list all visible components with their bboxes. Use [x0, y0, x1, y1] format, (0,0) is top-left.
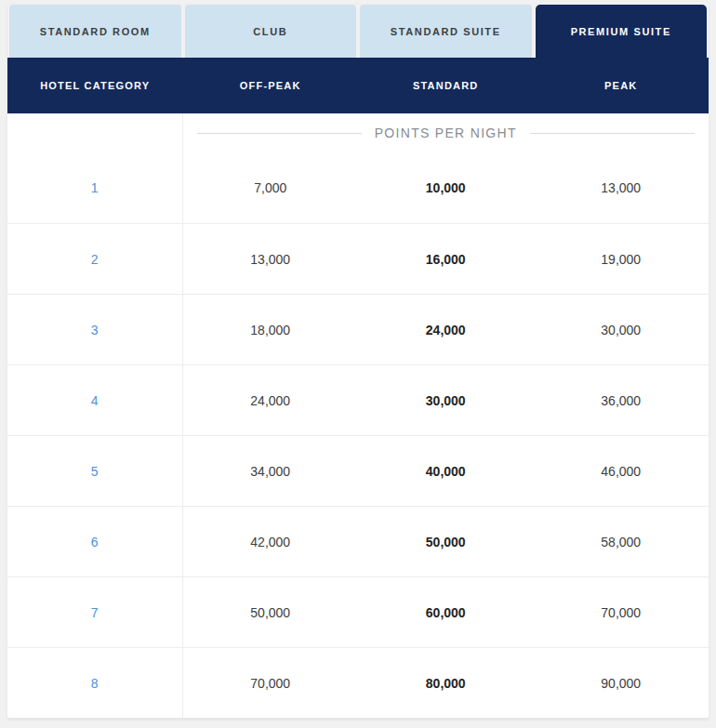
room-type-tabs: STANDARD ROOM CLUB STANDARD SUITE PREMIU…: [7, 5, 709, 58]
table-header-cell: STANDARD: [358, 58, 534, 113]
standard-value: 30,000: [358, 365, 534, 435]
category-link[interactable]: 8: [91, 676, 99, 691]
table-header-cell: HOTEL CATEGORY: [7, 58, 183, 113]
caption-area: POINTS PER NIGHT: [183, 113, 709, 152]
category-link[interactable]: 2: [91, 252, 99, 267]
points-table-body: POINTS PER NIGHT 1 7,000 10,000 13,000: [7, 113, 709, 719]
category-cell: 3: [7, 295, 183, 364]
peak-value: 90,000: [534, 648, 709, 718]
tab-label: CLUB: [253, 26, 287, 37]
table-row: 4 24,000 30,000 36,000: [7, 364, 709, 435]
caption-spacer: [7, 113, 183, 152]
award-chart-card: STANDARD ROOM CLUB STANDARD SUITE PREMIU…: [7, 5, 709, 719]
table-row: 6 42,000 50,000 58,000: [7, 506, 709, 576]
category-link[interactable]: 7: [91, 605, 99, 620]
standard-value: 16,000: [358, 224, 534, 294]
page: STANDARD ROOM CLUB STANDARD SUITE PREMIU…: [0, 0, 716, 728]
standard-value: 50,000: [358, 507, 534, 576]
category-cell: 1: [7, 152, 183, 223]
points-rows: 1 7,000 10,000 13,000 2 13,000 16,000 19…: [7, 152, 709, 718]
table-row: 1 7,000 10,000 13,000: [7, 152, 709, 223]
category-cell: 7: [7, 577, 183, 647]
off-peak-value: 24,000: [183, 365, 359, 435]
peak-value: 13,000: [534, 152, 709, 223]
tab-label: STANDARD SUITE: [391, 26, 501, 37]
category-cell: 8: [7, 648, 183, 718]
room-type-tab[interactable]: PREMIUM SUITE: [536, 5, 708, 58]
caption-row: POINTS PER NIGHT: [7, 113, 709, 152]
category-link[interactable]: 6: [91, 535, 99, 549]
room-type-tab[interactable]: CLUB: [185, 5, 357, 58]
category-cell: 4: [7, 365, 183, 435]
table-header-row: HOTEL CATEGORY OFF-PEAK STANDARD PEAK: [7, 58, 709, 113]
standard-value: 10,000: [358, 152, 534, 223]
standard-value: 80,000: [358, 648, 534, 718]
tab-label: STANDARD ROOM: [40, 26, 151, 37]
points-per-night-caption: POINTS PER NIGHT: [362, 126, 530, 140]
table-row: 7 50,000 60,000 70,000: [7, 576, 709, 647]
category-link[interactable]: 5: [91, 464, 99, 479]
category-cell: 5: [7, 436, 183, 506]
caption-line-left: [197, 133, 362, 134]
off-peak-value: 70,000: [183, 648, 359, 718]
peak-value: 30,000: [534, 295, 709, 364]
off-peak-value: 50,000: [183, 577, 359, 647]
caption-line-right: [530, 133, 695, 134]
peak-value: 58,000: [534, 507, 709, 576]
peak-value: 70,000: [534, 577, 709, 647]
room-type-tab[interactable]: STANDARD ROOM: [9, 5, 181, 58]
off-peak-value: 42,000: [183, 507, 359, 576]
tab-label: PREMIUM SUITE: [571, 26, 671, 37]
category-link[interactable]: 3: [91, 323, 99, 338]
standard-value: 40,000: [358, 436, 534, 506]
standard-value: 24,000: [358, 295, 534, 364]
table-row: 5 34,000 40,000 46,000: [7, 435, 709, 506]
off-peak-value: 34,000: [183, 436, 359, 506]
table-row: 8 70,000 80,000 90,000: [7, 647, 709, 718]
room-type-tab[interactable]: STANDARD SUITE: [360, 5, 532, 58]
peak-value: 46,000: [534, 436, 709, 506]
off-peak-value: 13,000: [183, 224, 359, 294]
table-header-cell: OFF-PEAK: [183, 58, 359, 113]
peak-value: 19,000: [534, 224, 709, 294]
table-row: 3 18,000 24,000 30,000: [7, 294, 709, 364]
category-cell: 6: [7, 507, 183, 576]
table-header-cell: PEAK: [534, 58, 709, 113]
off-peak-value: 7,000: [183, 152, 359, 223]
table-row: 2 13,000 16,000 19,000: [7, 223, 709, 294]
peak-value: 36,000: [534, 365, 709, 435]
category-cell: 2: [7, 224, 183, 294]
standard-value: 60,000: [358, 577, 534, 647]
off-peak-value: 18,000: [183, 295, 359, 364]
category-link[interactable]: 1: [91, 180, 99, 195]
category-link[interactable]: 4: [91, 393, 99, 408]
